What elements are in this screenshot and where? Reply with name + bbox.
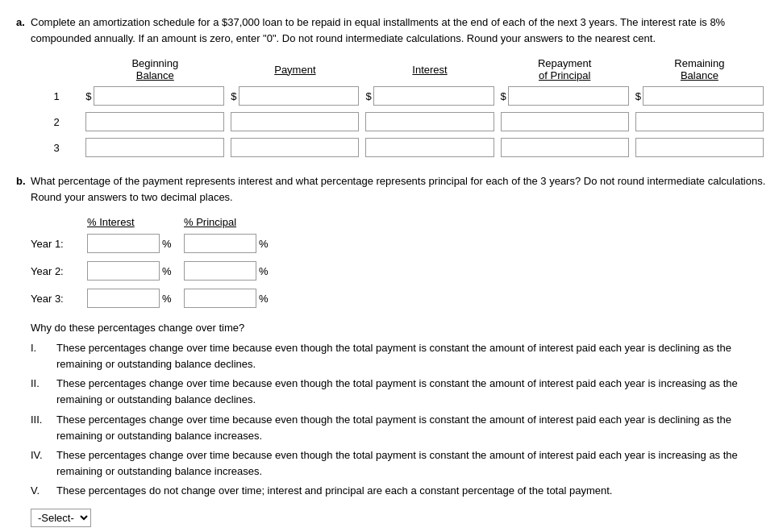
input-cell-payment-year2 bbox=[227, 109, 362, 135]
option-label-4: IV. bbox=[31, 447, 56, 480]
col-header-remaining: Remaining Balance bbox=[632, 56, 767, 83]
input-cell-interest-year3 bbox=[362, 135, 497, 160]
input-rembal-year2[interactable] bbox=[635, 112, 764, 131]
input-cell-interest-year2 bbox=[362, 109, 497, 135]
table-row: 2 bbox=[31, 109, 767, 135]
input-cell-payment-year3 bbox=[227, 135, 362, 160]
percentage-table: % Interest % Principal Year 1:%%Year 2:%… bbox=[31, 214, 289, 312]
options-list: I.These percentages change over time bec… bbox=[31, 340, 767, 499]
input-cell-repayment-year2 bbox=[498, 109, 632, 135]
input-cell-rembal-year1: $ bbox=[632, 83, 767, 109]
year-label-2: 2 bbox=[31, 109, 82, 135]
pct-sign-principal-year1: % bbox=[259, 238, 269, 250]
input-cell-rembal-year2 bbox=[632, 109, 767, 135]
input-cell-rembal-year3 bbox=[632, 135, 767, 160]
pct-interest-input-year3[interactable] bbox=[87, 289, 160, 308]
pct-principal-cell-year3: % bbox=[184, 285, 289, 312]
input-repayment-year1[interactable] bbox=[508, 86, 629, 106]
pct-row-year1: Year 1:%% bbox=[31, 230, 289, 257]
problem-a-label: a. bbox=[16, 16, 25, 28]
input-interest-year3[interactable] bbox=[365, 138, 494, 157]
problem-a-text: Complete an amortization schedule for a … bbox=[31, 16, 725, 44]
pct-interest-cell-year2: % bbox=[87, 257, 184, 285]
option-label-1: I. bbox=[31, 340, 56, 372]
input-begbal-year1[interactable] bbox=[94, 86, 225, 106]
option-item-2: II.These percentages change over time be… bbox=[31, 376, 767, 408]
pct-interest-input-year1[interactable] bbox=[87, 234, 160, 253]
input-payment-year2[interactable] bbox=[231, 112, 359, 131]
dollar-sign-repayment-year1: $ bbox=[501, 90, 506, 102]
pct-sign-principal-year2: % bbox=[259, 265, 269, 277]
input-rembal-year3[interactable] bbox=[635, 138, 764, 157]
input-begbal-year2[interactable] bbox=[85, 112, 224, 131]
year-label-3: 3 bbox=[31, 135, 82, 160]
pct-year-label-2: Year 2: bbox=[31, 257, 87, 285]
pct-principal-input-year3[interactable] bbox=[184, 289, 256, 308]
why-question: Why do these percentages change over tim… bbox=[31, 322, 767, 334]
input-cell-payment-year1: $ bbox=[227, 83, 362, 109]
dollar-sign-rembal-year1: $ bbox=[635, 90, 641, 102]
input-rembal-year1[interactable] bbox=[643, 86, 764, 106]
input-begbal-year3[interactable] bbox=[85, 138, 224, 157]
dollar-sign-payment-year1: $ bbox=[231, 90, 236, 102]
input-interest-year1[interactable] bbox=[373, 86, 494, 106]
pct-principal-cell-year2: % bbox=[184, 257, 289, 285]
answer-select[interactable]: -Select-IIIIIIIVV bbox=[31, 509, 91, 527]
amortization-table: Beginning Balance Payment Interest Repay… bbox=[31, 56, 767, 160]
pct-sign-interest-year3: % bbox=[162, 293, 172, 305]
pct-col-principal-header: % Principal bbox=[184, 214, 289, 230]
col-header-beginning: Beginning Balance bbox=[82, 56, 227, 83]
amortization-table-section: Beginning Balance Payment Interest Repay… bbox=[31, 56, 767, 160]
percentage-table-section: % Interest % Principal Year 1:%%Year 2:%… bbox=[31, 214, 767, 312]
select-wrapper: -Select-IIIIIIIVV bbox=[31, 509, 767, 527]
pct-row-year3: Year 3:%% bbox=[31, 285, 289, 312]
option-label-2: II. bbox=[31, 376, 56, 408]
problem-b-container: b. What percentage of the payment repres… bbox=[16, 173, 767, 205]
option-label-5: V. bbox=[31, 483, 56, 499]
option-item-5: V.These percentages do not change over t… bbox=[31, 483, 767, 499]
pct-interest-input-year2[interactable] bbox=[87, 261, 160, 281]
pct-year-label-1: Year 1: bbox=[31, 230, 87, 257]
problem-a-container: a. Complete an amortization schedule for… bbox=[16, 15, 767, 46]
input-interest-year2[interactable] bbox=[365, 112, 494, 131]
input-cell-begbal-year3 bbox=[82, 135, 227, 160]
col-header-payment: Payment bbox=[227, 56, 362, 83]
input-payment-year3[interactable] bbox=[231, 138, 359, 157]
input-repayment-year2[interactable] bbox=[501, 112, 629, 131]
pct-sign-interest-year1: % bbox=[162, 238, 172, 250]
option-text-4: These percentages change over time becau… bbox=[56, 447, 767, 480]
input-repayment-year3[interactable] bbox=[501, 138, 629, 157]
option-item-3: III.These percentages change over time b… bbox=[31, 412, 767, 444]
pct-sign-interest-year2: % bbox=[162, 265, 172, 277]
input-payment-year1[interactable] bbox=[239, 86, 360, 106]
pct-sign-principal-year3: % bbox=[259, 293, 269, 305]
pct-row-year2: Year 2:%% bbox=[31, 257, 289, 285]
option-text-2: These percentages change over time becau… bbox=[56, 376, 767, 408]
option-text-5: These percentages do not change over tim… bbox=[56, 483, 767, 499]
pct-year-label-3: Year 3: bbox=[31, 285, 87, 312]
input-cell-interest-year1: $ bbox=[362, 83, 497, 109]
input-cell-repayment-year1: $ bbox=[498, 83, 632, 109]
table-row: 3 bbox=[31, 135, 767, 160]
table-row: 1$$$$$ bbox=[31, 83, 767, 109]
dollar-sign-interest-year1: $ bbox=[365, 90, 371, 102]
input-cell-begbal-year2 bbox=[82, 109, 227, 135]
pct-interest-cell-year1: % bbox=[87, 230, 184, 257]
pct-col-interest-header: % Interest bbox=[87, 214, 184, 230]
option-label-3: III. bbox=[31, 412, 56, 444]
pct-principal-cell-year1: % bbox=[184, 230, 289, 257]
pct-col-year-header bbox=[31, 214, 87, 230]
option-item-4: IV.These percentages change over time be… bbox=[31, 447, 767, 480]
pct-principal-input-year2[interactable] bbox=[184, 261, 256, 281]
input-cell-begbal-year1: $ bbox=[82, 83, 227, 109]
problem-b-text: What percentage of the payment represent… bbox=[31, 175, 765, 203]
problem-b-label: b. bbox=[16, 175, 26, 187]
col-header-year bbox=[31, 56, 82, 83]
col-header-interest: Interest bbox=[362, 56, 497, 83]
option-item-1: I.These percentages change over time bec… bbox=[31, 340, 767, 372]
input-cell-repayment-year3 bbox=[498, 135, 632, 160]
dollar-sign-begbal-year1: $ bbox=[85, 90, 91, 102]
option-text-3: These percentages change over time becau… bbox=[56, 412, 767, 444]
pct-principal-input-year1[interactable] bbox=[184, 234, 256, 253]
pct-interest-cell-year3: % bbox=[87, 285, 184, 312]
